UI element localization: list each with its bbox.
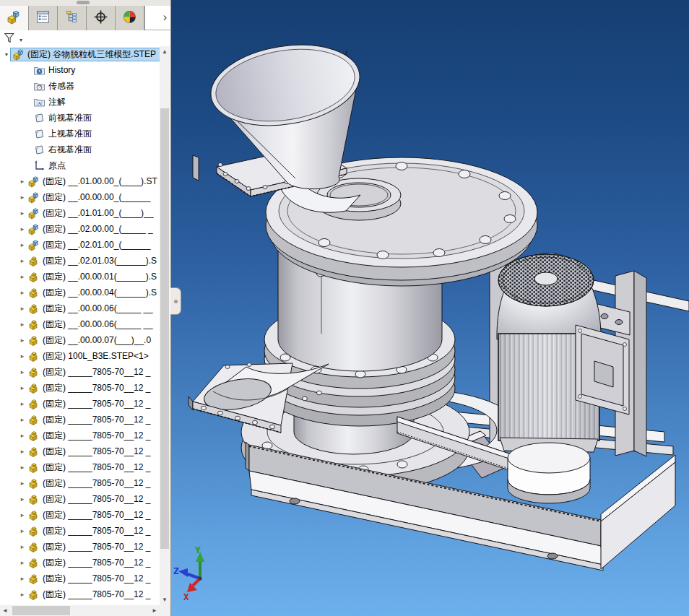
tree-item-label: (固定) _____7805-70__12 _: [42, 525, 150, 537]
expand-arrow-icon[interactable]: ▸: [19, 527, 26, 534]
tree-item[interactable]: ▸(固定) _____7805-70__12 _: [0, 380, 160, 396]
tree-item[interactable]: ▸(固定) _____7805-70__12 _: [0, 364, 160, 380]
filter-dropdown-caret[interactable]: ▾: [20, 37, 22, 43]
panel-splitter-handle[interactable]: [170, 287, 181, 315]
part-icon: [27, 573, 40, 585]
tree-item-label: (固定) _____7805-70__12 _: [42, 382, 150, 394]
expand-arrow-icon[interactable]: ▸: [19, 464, 26, 471]
expand-arrow-icon[interactable]: ▸: [19, 432, 26, 439]
tree-item[interactable]: ▸(固定) __.00.00.06(_____ __: [0, 300, 160, 316]
expand-arrow-icon[interactable]: ▸: [19, 209, 26, 217]
plane-icon: [33, 128, 46, 140]
assembly-icon: [27, 191, 40, 204]
tree-item[interactable]: ▸(固定) _____7805-70__12 _: [0, 428, 160, 443]
tree-vertical-scrollbar[interactable]: ▲ ▼: [160, 46, 170, 605]
expand-arrow-icon[interactable]: ▸: [19, 543, 26, 550]
expand-arrow-icon[interactable]: ▸: [19, 416, 26, 423]
tree-horizontal-scrollbar[interactable]: ◄ ►: [0, 605, 160, 616]
expand-arrow-icon[interactable]: ▸: [19, 178, 26, 185]
expand-arrow-icon[interactable]: ▸: [19, 305, 26, 312]
tab-dimxpertmanager[interactable]: [87, 6, 116, 30]
tree-item[interactable]: ▸(固定) __.00.00.00_(______: [0, 189, 160, 205]
grain-thresher-3d-model[interactable]: Y Z X: [171, 0, 689, 616]
tree-item[interactable]: ▸(固定) __.00.00.06(_____ __: [0, 316, 160, 332]
tree-item[interactable]: ▸(固定) __.02.00.00_(_____ _: [0, 221, 160, 237]
tree-item[interactable]: ▸(固定) __.02.01.03(______).S: [0, 253, 160, 269]
tree-item[interactable]: ▸(固定) _____7805-70__12 _: [0, 459, 160, 475]
tree-item[interactable]: ▸(固定) _____7805-70__12 _: [0, 396, 160, 412]
tree-item[interactable]: ▸(固定) _____7805-70__12 _: [0, 412, 160, 428]
tree-item[interactable]: History: [0, 62, 160, 78]
tree-item-label: (固定) __.00.00.00_(______: [42, 191, 150, 204]
tree-item[interactable]: ▸(固定) __.00.00.07(___)__.0: [0, 332, 160, 348]
expand-arrow-icon[interactable]: ▸: [19, 480, 26, 487]
expand-arrow-icon[interactable]: ▸: [19, 289, 26, 296]
tree-item[interactable]: 上视基准面: [0, 126, 160, 142]
scroll-right-button[interactable]: ►: [150, 605, 160, 616]
tab-displaymanager[interactable]: [116, 6, 144, 30]
tree-item-label: 原点: [48, 160, 66, 172]
tree-item[interactable]: ▸(固定) _____7805-70__12 _: [0, 507, 160, 523]
tree-item[interactable]: ▸(固定) __.00.00.04(______).S: [0, 285, 160, 300]
expand-arrow-icon[interactable]: ▸: [19, 384, 26, 391]
tree-item-label: (固定) _____7805-70__12 _: [42, 509, 150, 521]
tree-item[interactable]: 前视基准面: [0, 110, 160, 126]
tree-item-label: (固定) __.00.00.06(_____ __: [42, 318, 153, 331]
expand-arrow-icon[interactable]: ▸: [19, 241, 26, 248]
expand-arrow-icon[interactable]: ▸: [19, 495, 26, 503]
part-icon: [27, 350, 40, 363]
expand-arrow-icon[interactable]: ▸: [19, 511, 26, 519]
expand-arrow-icon[interactable]: ▸: [19, 400, 26, 407]
expand-arrow-icon[interactable]: ▸: [19, 337, 26, 344]
tree-item[interactable]: ▸(固定) __.00.00.01(______).S: [0, 269, 160, 285]
expand-arrow-icon[interactable]: ▸: [19, 448, 26, 455]
filter-funnel-icon[interactable]: [4, 32, 17, 45]
expand-arrow-icon[interactable]: ▸: [19, 352, 26, 360]
expand-arrow-icon[interactable]: ▸: [19, 368, 26, 376]
expand-arrow-icon[interactable]: ▸: [19, 575, 26, 582]
frame-right-face[interactable]: [601, 462, 675, 569]
tree-item[interactable]: 传感器: [0, 78, 160, 94]
part-icon: [27, 382, 40, 394]
expand-arrow-icon[interactable]: ▸: [19, 321, 26, 328]
expand-arrow-icon[interactable]: ▸: [19, 591, 26, 598]
motor-pulley[interactable]: [508, 443, 590, 503]
tree-item[interactable]: ▸(固定) _____7805-70__12 _: [0, 475, 160, 491]
tree-item[interactable]: ▸(固定) 100L_B3E.STEP<1>: [0, 348, 160, 364]
expand-arrow-icon[interactable]: ▸: [19, 257, 26, 264]
tree-item[interactable]: ▸(固定) __.01.00.00_(____).ST: [0, 173, 160, 189]
tree-item[interactable]: ▸(固定) _____7805-70__12 _: [0, 539, 160, 555]
tree-item[interactable]: 右视基准面: [0, 142, 160, 157]
graphics-viewport[interactable]: Y Z X: [171, 0, 689, 616]
expand-arrow-icon[interactable]: ▸: [19, 194, 26, 201]
tree-item-label: (固定) __.00.00.04(______).S: [42, 287, 157, 299]
panel-resize-grip[interactable]: [77, 1, 90, 4]
scroll-down-button[interactable]: ▼: [160, 594, 170, 605]
tab-configurationmanager[interactable]: [58, 6, 87, 30]
tree-item[interactable]: ▸(固定) __.02.01.00_(______: [0, 237, 160, 253]
collapse-arrow-icon[interactable]: ▼: [3, 52, 10, 57]
scroll-left-button[interactable]: ◄: [0, 605, 10, 616]
tree-item[interactable]: ▸(固定) _____7805-70__12 _: [0, 586, 160, 602]
tree-item[interactable]: ▸(固定) _____7805-70__12 _: [0, 571, 160, 586]
tree-item[interactable]: ▸(固定) __.01.01.00_(____)__: [0, 205, 160, 221]
vertical-scroll-thumb[interactable]: [160, 108, 169, 549]
tree-item[interactable]: 原点: [0, 157, 160, 173]
expand-arrow-icon[interactable]: ▸: [19, 225, 26, 233]
tree-item[interactable]: ▸(固定) _____7805-70__12 _: [0, 443, 160, 459]
horizontal-scroll-thumb[interactable]: [12, 606, 70, 615]
tree-item-label: (固定) __.02.00.00_(_____ _: [42, 223, 153, 235]
tab-propertymanager[interactable]: [29, 6, 58, 30]
tree-item[interactable]: ▸(固定) _____7805-70__12 _: [0, 555, 160, 571]
tab-featuremanager[interactable]: [0, 6, 29, 30]
tab-overflow-chevron[interactable]: ›: [163, 10, 167, 25]
tree-item-label: (固定) _____7805-70__12 _: [42, 446, 150, 458]
expand-arrow-icon[interactable]: ▸: [19, 273, 26, 280]
motor-fan-cover[interactable]: [498, 254, 594, 306]
scroll-up-button[interactable]: ▲: [160, 46, 170, 57]
expand-arrow-icon[interactable]: ▸: [19, 559, 26, 566]
tree-root-item[interactable]: ▼(固定) 谷物脱粒机三维模型.STEP: [0, 46, 160, 62]
tree-item[interactable]: ▸(固定) _____7805-70__12 _: [0, 491, 160, 507]
tree-item[interactable]: ▸(固定) _____7805-70__12 _: [0, 523, 160, 539]
tree-item[interactable]: A注解: [0, 94, 160, 110]
